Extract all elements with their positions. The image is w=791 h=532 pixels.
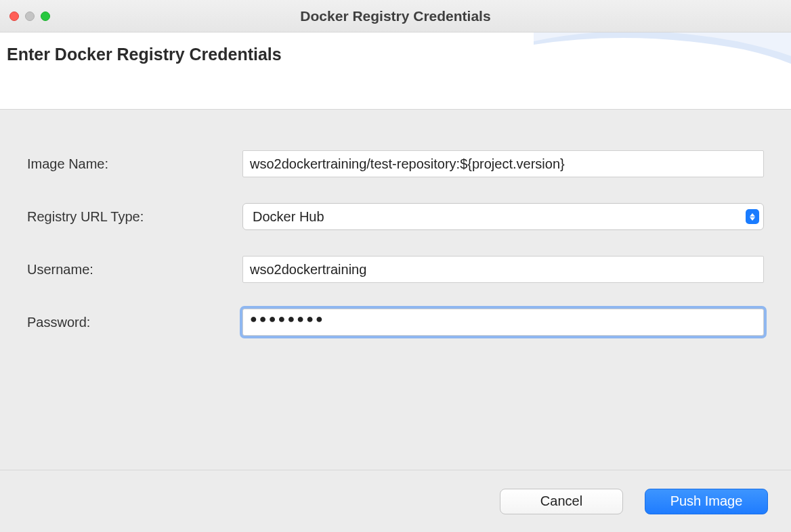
registry-type-row: Registry URL Type: Docker Hub <box>27 203 764 230</box>
password-label: Password: <box>27 315 242 330</box>
button-bar: Cancel Push Image <box>0 470 791 532</box>
username-input[interactable] <box>242 256 764 283</box>
window-title: Docker Registry Credentials <box>0 8 791 24</box>
username-label: Username: <box>27 262 242 278</box>
cancel-button[interactable]: Cancel <box>500 489 623 514</box>
username-row: Username: <box>27 256 764 283</box>
registry-type-selected-value: Docker Hub <box>253 209 324 225</box>
image-name-label: Image Name: <box>27 156 242 172</box>
password-input[interactable]: ●●●●●●●● <box>242 309 764 336</box>
push-image-button[interactable]: Push Image <box>645 489 768 514</box>
titlebar: Docker Registry Credentials <box>0 0 791 32</box>
select-stepper-icon <box>746 209 759 224</box>
dialog-heading: Enter Docker Registry Credentials <box>7 45 784 64</box>
minimize-window-button[interactable] <box>25 12 35 21</box>
dialog-header: Enter Docker Registry Credentials <box>0 32 791 110</box>
close-window-button[interactable] <box>9 12 19 21</box>
password-masked-value: ●●●●●●●● <box>250 312 325 326</box>
image-name-input[interactable] <box>242 150 764 177</box>
registry-type-label: Registry URL Type: <box>27 209 242 225</box>
registry-type-select[interactable]: Docker Hub <box>242 203 764 230</box>
traffic-lights <box>9 12 50 21</box>
form-area: Image Name: Registry URL Type: Docker Hu… <box>0 110 791 375</box>
maximize-window-button[interactable] <box>41 12 50 21</box>
password-row: Password: ●●●●●●●● <box>27 309 764 336</box>
image-name-row: Image Name: <box>27 150 764 177</box>
